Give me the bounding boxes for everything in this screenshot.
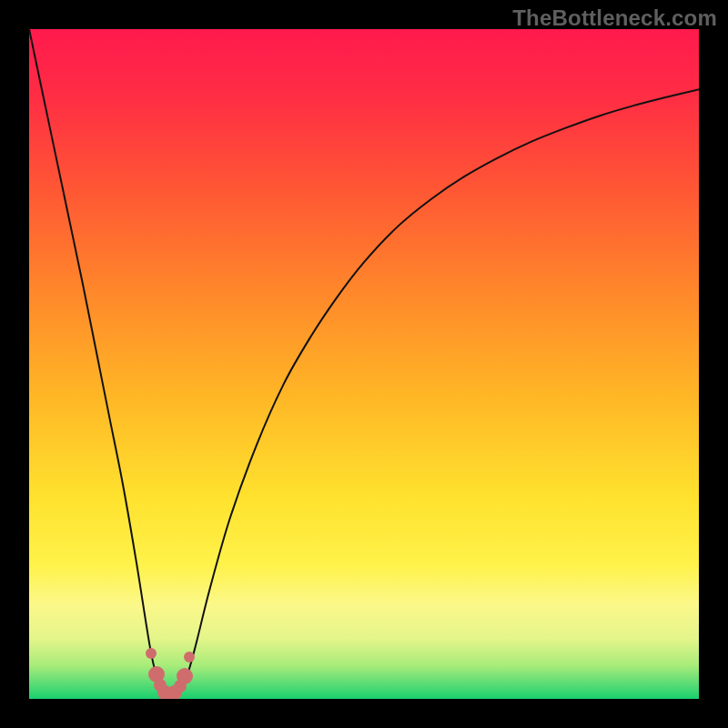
trough-dot <box>177 668 193 684</box>
plot-area <box>29 29 699 699</box>
trough-dot <box>184 652 195 662</box>
trough-dot-group <box>29 29 699 699</box>
trough-dot <box>146 648 157 659</box>
outer-frame: TheBottleneck.com <box>0 0 728 728</box>
watermark-text: TheBottleneck.com <box>512 5 717 31</box>
